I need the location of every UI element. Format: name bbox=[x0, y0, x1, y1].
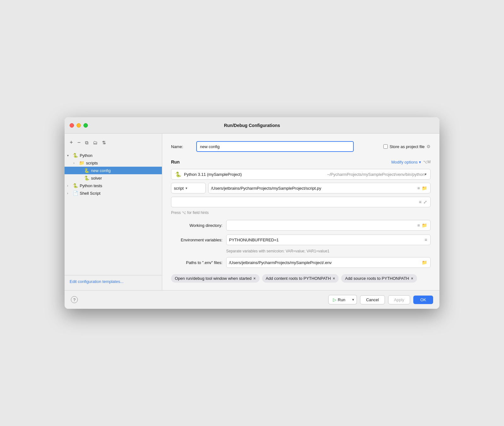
close-button[interactable] bbox=[70, 123, 74, 128]
env-variables-value: PYTHONUNBUFFERED=1 bbox=[229, 238, 279, 242]
name-input[interactable] bbox=[196, 141, 354, 152]
name-row: Name: Store as project file ⚙ bbox=[171, 141, 431, 152]
run-button[interactable]: ▷ Run bbox=[328, 295, 350, 304]
run-dropdown-button[interactable]: ▾ bbox=[350, 295, 357, 304]
interpreter-path: ~/PycharmProjects/mySampleProject/venv/b… bbox=[327, 172, 425, 177]
working-dir-edit-button[interactable]: ≡ bbox=[417, 222, 421, 228]
params-row: ≡ ⤢ bbox=[171, 197, 431, 207]
script-path-field[interactable]: /Users/jetbrains/PycharmProjects/mySampl… bbox=[208, 183, 431, 193]
params-input-field[interactable]: ≡ ⤢ bbox=[171, 197, 431, 207]
run-section-title: Run bbox=[171, 159, 180, 164]
script-type-arrow: ▾ bbox=[186, 186, 187, 190]
apply-button[interactable]: Apply bbox=[388, 295, 410, 304]
chevron-down-icon: ▾ bbox=[67, 154, 72, 157]
window-title: Run/Debug Configurations bbox=[224, 123, 280, 128]
params-edit-button[interactable]: ≡ bbox=[418, 199, 422, 205]
working-directory-label: Working directory: bbox=[171, 223, 226, 228]
python-interpreter-icon: 🐍 bbox=[175, 171, 181, 177]
shell-script-icon: 📄 bbox=[72, 191, 78, 196]
edit-configuration-templates-link[interactable]: Edit configuration templates... bbox=[70, 279, 123, 284]
bottom-bar: ? ▷ Run ▾ Cancel Apply OK bbox=[65, 290, 439, 309]
sidebar-item-label: solver bbox=[91, 176, 102, 181]
copy-icon: ⧉ bbox=[85, 140, 89, 146]
sidebar-item-scripts[interactable]: › 📁 scripts bbox=[65, 159, 162, 167]
chevron-right-icon: › bbox=[67, 184, 72, 187]
python-tests-icon: 🐍 bbox=[72, 183, 78, 188]
script-path-edit-button[interactable]: ≡ bbox=[417, 185, 421, 191]
working-directory-actions: ≡ 📁 bbox=[417, 222, 428, 228]
interpreter-dropdown-arrow: ▾ bbox=[425, 172, 427, 176]
script-type-dropdown[interactable]: script ▾ bbox=[171, 183, 206, 193]
minimize-button[interactable] bbox=[77, 123, 81, 128]
chevron-right-icon: › bbox=[73, 161, 78, 165]
copy-configuration-button[interactable]: ⧉ bbox=[84, 139, 90, 146]
env-paths-field[interactable]: /Users/jetbrains/PycharmProjects/mySampl… bbox=[226, 257, 431, 268]
sidebar-item-label: Python bbox=[80, 153, 92, 158]
run-button-label: Run bbox=[338, 297, 345, 302]
tag-source-roots-label: Add source roots to PYTHONPATH bbox=[345, 276, 409, 281]
cancel-button[interactable]: Cancel bbox=[360, 295, 385, 304]
store-as-project-file-row: Store as project file ⚙ bbox=[383, 144, 431, 149]
env-paths-browse-button[interactable]: 📁 bbox=[421, 259, 428, 266]
chevron-right-icon: › bbox=[67, 192, 72, 195]
params-expand-button[interactable]: ⤢ bbox=[423, 199, 428, 205]
sidebar-toolbar: + − ⧉ 🗂 ⇅ bbox=[65, 136, 162, 150]
working-dir-browse-button[interactable]: 📁 bbox=[421, 222, 428, 228]
field-hint: Press ⌥ for field hints bbox=[171, 210, 431, 215]
sidebar-item-python-tests[interactable]: › 🐍 Python tests bbox=[65, 182, 162, 189]
sidebar-item-solver[interactable]: 🐍 solver bbox=[65, 174, 162, 182]
script-type-label: script bbox=[174, 186, 184, 191]
sidebar-item-label: new config bbox=[91, 168, 111, 173]
tag-run-window-close[interactable]: × bbox=[254, 276, 256, 281]
sidebar-item-new-config[interactable]: 🐍 new config bbox=[65, 167, 162, 174]
interpreter-name: Python 3.11 (mySampleProject) bbox=[184, 172, 326, 177]
script-row: script ▾ /Users/jetbrains/PycharmProject… bbox=[171, 183, 431, 193]
tag-content-roots-label: Add content roots to PYTHONPATH bbox=[266, 276, 331, 281]
env-paths-row: Paths to ".env" files: /Users/jetbrains/… bbox=[171, 257, 431, 268]
sidebar-tree: ▾ 🐍 Python › 📁 scripts 🐍 new config bbox=[65, 150, 162, 275]
ok-button[interactable]: OK bbox=[413, 296, 433, 304]
tag-run-window-label: Open run/debug tool window when started bbox=[175, 276, 252, 281]
run-button-group: ▷ Run ▾ bbox=[328, 295, 357, 304]
store-as-project-file-label: Store as project file bbox=[390, 144, 425, 149]
env-variables-field[interactable]: PYTHONUNBUFFERED=1 ≡ bbox=[226, 234, 431, 245]
help-button[interactable]: ? bbox=[71, 296, 78, 303]
env-variables-actions: ≡ bbox=[424, 237, 428, 243]
working-directory-field[interactable]: ≡ 📁 bbox=[226, 220, 431, 231]
tag-content-roots-close[interactable]: × bbox=[333, 276, 335, 281]
sidebar: + − ⧉ 🗂 ⇅ ▾ 🐍 bbox=[65, 134, 162, 290]
modify-options-button[interactable]: Modify options ▾ bbox=[391, 160, 421, 164]
sidebar-item-shell-script[interactable]: › 📄 Shell Script bbox=[65, 189, 162, 197]
field-hint-text: Press ⌥ for field hints bbox=[171, 210, 209, 215]
script-path-actions: ≡ 📁 bbox=[417, 185, 428, 191]
run-dropdown-arrow: ▾ bbox=[352, 297, 354, 302]
run-debug-configurations-window: Run/Debug Configurations + − ⧉ 🗂 ⇅ bbox=[65, 117, 439, 309]
sort-button[interactable]: ⇅ bbox=[101, 139, 107, 146]
script-path-text: /Users/jetbrains/PycharmProjects/mySampl… bbox=[211, 186, 321, 191]
bottom-actions: ▷ Run ▾ Cancel Apply OK bbox=[328, 295, 433, 304]
env-variables-edit-button[interactable]: ≡ bbox=[424, 237, 428, 243]
titlebar: Run/Debug Configurations bbox=[65, 117, 439, 134]
name-label: Name: bbox=[171, 144, 196, 149]
env-hint-text: Separate variables with semicolon: VAR=v… bbox=[226, 249, 329, 253]
sidebar-item-label: Python tests bbox=[80, 183, 102, 188]
sidebar-item-label: scripts bbox=[86, 161, 98, 165]
gear-icon[interactable]: ⚙ bbox=[427, 144, 431, 149]
env-paths-actions: 📁 bbox=[421, 259, 428, 266]
traffic-lights bbox=[70, 123, 88, 128]
env-variables-label: Environment variables: bbox=[171, 238, 226, 242]
tag-run-window: Open run/debug tool window when started … bbox=[171, 274, 260, 283]
script-path-browse-button[interactable]: 📁 bbox=[421, 185, 428, 191]
question-mark-icon: ? bbox=[73, 297, 75, 302]
store-as-project-file-checkbox[interactable] bbox=[383, 144, 388, 149]
interpreter-selector[interactable]: 🐍 Python 3.11 (mySampleProject) ~/Pychar… bbox=[171, 169, 431, 180]
add-configuration-button[interactable]: + bbox=[68, 139, 74, 147]
run-section-header: Run Modify options ▾ ⌥M bbox=[171, 159, 431, 164]
tag-source-roots-close[interactable]: × bbox=[411, 276, 413, 281]
maximize-button[interactable] bbox=[83, 123, 88, 128]
sidebar-item-python[interactable]: ▾ 🐍 Python bbox=[65, 152, 162, 159]
remove-configuration-button[interactable]: − bbox=[76, 139, 82, 147]
tag-source-roots: Add source roots to PYTHONPATH × bbox=[341, 274, 417, 283]
new-folder-button[interactable]: 🗂 bbox=[92, 139, 99, 146]
env-hint: Separate variables with semicolon: VAR=v… bbox=[226, 249, 431, 253]
